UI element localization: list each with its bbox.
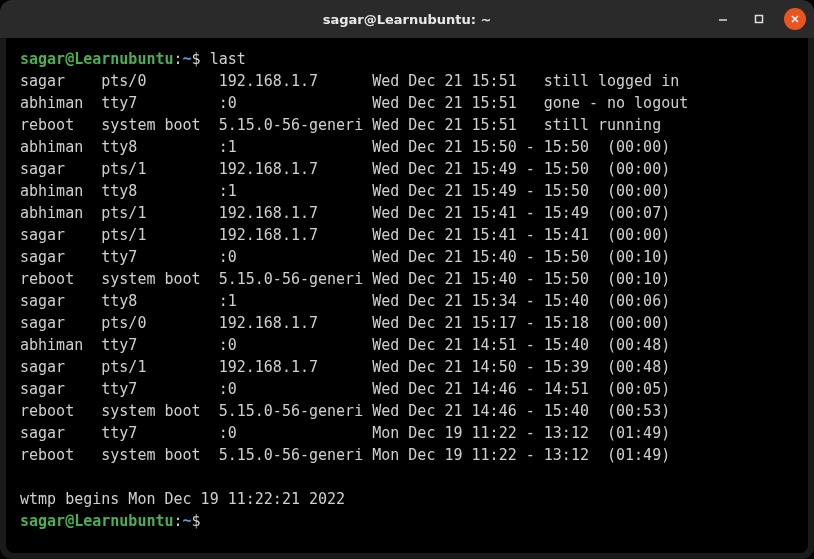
login-record: abhiman tty7 :0 Wed Dec 21 14:51 - 15:40… bbox=[20, 334, 794, 356]
login-record: sagar tty7 :0 Mon Dec 19 11:22 - 13:12 (… bbox=[20, 422, 794, 444]
command-text: last bbox=[210, 50, 246, 68]
blank-line bbox=[20, 466, 794, 488]
login-record: abhiman tty7 :0 Wed Dec 21 15:51 gone - … bbox=[20, 92, 794, 114]
login-record: sagar pts/1 192.168.1.7 Wed Dec 21 14:50… bbox=[20, 356, 794, 378]
login-record: abhiman tty8 :1 Wed Dec 21 15:49 - 15:50… bbox=[20, 180, 794, 202]
login-record: reboot system boot 5.15.0-56-generi Wed … bbox=[20, 400, 794, 422]
login-record: reboot system boot 5.15.0-56-generi Mon … bbox=[20, 444, 794, 466]
login-record: sagar tty8 :1 Wed Dec 21 15:34 - 15:40 (… bbox=[20, 290, 794, 312]
command-output: sagar pts/0 192.168.1.7 Wed Dec 21 15:51… bbox=[20, 70, 794, 466]
close-icon bbox=[789, 13, 801, 25]
cursor-area[interactable] bbox=[201, 512, 210, 530]
prompt-path: ~ bbox=[183, 512, 192, 530]
prompt-colon: : bbox=[174, 512, 183, 530]
window-title: sagar@Learnubuntu: ~ bbox=[323, 12, 492, 27]
login-record: sagar tty7 :0 Wed Dec 21 15:40 - 15:50 (… bbox=[20, 246, 794, 268]
prompt-user: sagar@Learnubuntu bbox=[20, 512, 174, 530]
login-record: sagar pts/0 192.168.1.7 Wed Dec 21 15:17… bbox=[20, 312, 794, 334]
maximize-icon bbox=[753, 13, 765, 25]
terminal-body[interactable]: sagar@Learnubuntu:~$ lastsagar pts/0 192… bbox=[6, 38, 808, 553]
prompt-colon: : bbox=[174, 50, 183, 68]
terminal-window: sagar@Learnubuntu: ~ sagar@Learnubuntu:~… bbox=[0, 0, 814, 559]
titlebar[interactable]: sagar@Learnubuntu: ~ bbox=[0, 0, 814, 38]
login-record: sagar pts/0 192.168.1.7 Wed Dec 21 15:51… bbox=[20, 70, 794, 92]
login-record: sagar tty7 :0 Wed Dec 21 14:46 - 14:51 (… bbox=[20, 378, 794, 400]
login-record: abhiman pts/1 192.168.1.7 Wed Dec 21 15:… bbox=[20, 202, 794, 224]
minimize-button[interactable] bbox=[712, 8, 734, 30]
minimize-icon bbox=[717, 13, 729, 25]
login-record: reboot system boot 5.15.0-56-generi Wed … bbox=[20, 268, 794, 290]
login-record: sagar pts/1 192.168.1.7 Wed Dec 21 15:41… bbox=[20, 224, 794, 246]
login-record: sagar pts/1 192.168.1.7 Wed Dec 21 15:49… bbox=[20, 158, 794, 180]
prompt-symbol: $ bbox=[192, 50, 201, 68]
prompt-symbol: $ bbox=[192, 512, 201, 530]
close-button[interactable] bbox=[784, 8, 806, 30]
prompt-line: sagar@Learnubuntu:~$ last bbox=[20, 48, 794, 70]
svg-rect-1 bbox=[756, 16, 763, 23]
login-record: abhiman tty8 :1 Wed Dec 21 15:50 - 15:50… bbox=[20, 136, 794, 158]
window-controls bbox=[712, 8, 806, 30]
prompt-path: ~ bbox=[183, 50, 192, 68]
prompt-user: sagar@Learnubuntu bbox=[20, 50, 174, 68]
wtmp-footer: wtmp begins Mon Dec 19 11:22:21 2022 bbox=[20, 488, 794, 510]
maximize-button[interactable] bbox=[748, 8, 770, 30]
command-input bbox=[201, 50, 210, 68]
prompt-line-2: sagar@Learnubuntu:~$ bbox=[20, 510, 794, 532]
login-record: reboot system boot 5.15.0-56-generi Wed … bbox=[20, 114, 794, 136]
